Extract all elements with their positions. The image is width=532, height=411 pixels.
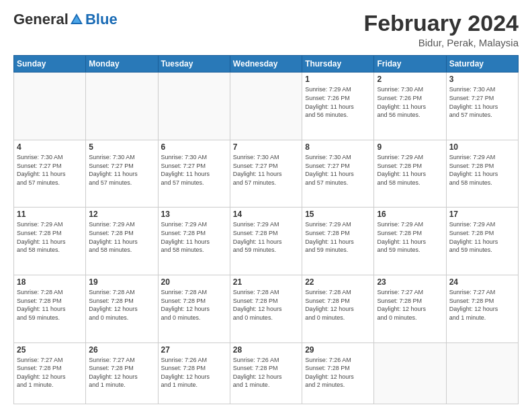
- day-number: 21: [233, 277, 299, 287]
- day-detail: Sunrise: 7:29 AM Sunset: 7:28 PM Dayligh…: [377, 220, 443, 254]
- day-number: 25: [17, 345, 83, 355]
- day-number: 28: [233, 345, 299, 355]
- calendar-cell: 1Sunrise: 7:29 AM Sunset: 7:26 PM Daylig…: [302, 73, 374, 140]
- day-number: 16: [377, 210, 443, 219]
- title-block: February 2024 Bidur, Perak, Malaysia: [363, 11, 519, 48]
- day-detail: Sunrise: 7:26 AM Sunset: 7:28 PM Dayligh…: [305, 356, 371, 390]
- calendar-cell: 4Sunrise: 7:30 AM Sunset: 7:27 PM Daylig…: [14, 140, 86, 208]
- calendar-cell: 25Sunrise: 7:27 AM Sunset: 7:28 PM Dayli…: [14, 342, 86, 404]
- col-monday: Monday: [86, 56, 158, 73]
- day-number: 11: [17, 210, 83, 219]
- day-number: 7: [233, 142, 299, 152]
- day-detail: Sunrise: 7:29 AM Sunset: 7:28 PM Dayligh…: [233, 220, 299, 254]
- calendar-cell: [230, 73, 302, 140]
- col-saturday: Saturday: [446, 56, 518, 73]
- day-detail: Sunrise: 7:30 AM Sunset: 7:27 PM Dayligh…: [233, 153, 299, 187]
- col-tuesday: Tuesday: [158, 56, 230, 73]
- calendar-cell: 9Sunrise: 7:29 AM Sunset: 7:28 PM Daylig…: [374, 140, 446, 208]
- logo-blue: Blue: [85, 11, 118, 28]
- page: General Blue February 2024 Bidur, Perak,…: [0, 0, 532, 411]
- header-row: Sunday Monday Tuesday Wednesday Thursday…: [14, 56, 519, 73]
- day-detail: Sunrise: 7:29 AM Sunset: 7:28 PM Dayligh…: [305, 220, 371, 254]
- subtitle: Bidur, Perak, Malaysia: [363, 37, 519, 48]
- calendar-header: Sunday Monday Tuesday Wednesday Thursday…: [14, 56, 519, 73]
- day-detail: Sunrise: 7:28 AM Sunset: 7:28 PM Dayligh…: [17, 288, 83, 322]
- day-number: 18: [17, 277, 83, 287]
- day-detail: Sunrise: 7:27 AM Sunset: 7:28 PM Dayligh…: [449, 288, 515, 322]
- day-number: 23: [377, 277, 443, 287]
- calendar-cell: 16Sunrise: 7:29 AM Sunset: 7:28 PM Dayli…: [374, 208, 446, 275]
- calendar-week-5: 25Sunrise: 7:27 AM Sunset: 7:28 PM Dayli…: [14, 342, 519, 404]
- calendar-cell: 21Sunrise: 7:28 AM Sunset: 7:28 PM Dayli…: [230, 275, 302, 343]
- calendar-week-2: 4Sunrise: 7:30 AM Sunset: 7:27 PM Daylig…: [14, 140, 519, 208]
- day-number: 26: [89, 345, 154, 355]
- col-friday: Friday: [374, 56, 446, 73]
- calendar-cell: 11Sunrise: 7:29 AM Sunset: 7:28 PM Dayli…: [14, 208, 86, 275]
- day-detail: Sunrise: 7:28 AM Sunset: 7:28 PM Dayligh…: [89, 288, 154, 322]
- day-number: 29: [305, 345, 371, 355]
- calendar-cell: 18Sunrise: 7:28 AM Sunset: 7:28 PM Dayli…: [14, 275, 86, 343]
- calendar-week-3: 11Sunrise: 7:29 AM Sunset: 7:28 PM Dayli…: [14, 208, 519, 275]
- col-wednesday: Wednesday: [230, 56, 302, 73]
- calendar-cell: 23Sunrise: 7:27 AM Sunset: 7:28 PM Dayli…: [374, 275, 446, 343]
- day-number: 24: [449, 277, 515, 287]
- day-number: 10: [449, 142, 515, 152]
- day-detail: Sunrise: 7:27 AM Sunset: 7:28 PM Dayligh…: [377, 288, 443, 322]
- day-number: 13: [161, 210, 227, 219]
- day-detail: Sunrise: 7:26 AM Sunset: 7:28 PM Dayligh…: [233, 356, 299, 390]
- calendar-cell: 15Sunrise: 7:29 AM Sunset: 7:28 PM Dayli…: [302, 208, 374, 275]
- day-detail: Sunrise: 7:28 AM Sunset: 7:28 PM Dayligh…: [161, 288, 227, 322]
- calendar-cell: 13Sunrise: 7:29 AM Sunset: 7:28 PM Dayli…: [158, 208, 230, 275]
- calendar-cell: 3Sunrise: 7:30 AM Sunset: 7:27 PM Daylig…: [446, 73, 518, 140]
- calendar-cell: 24Sunrise: 7:27 AM Sunset: 7:28 PM Dayli…: [446, 275, 518, 343]
- calendar-cell: 29Sunrise: 7:26 AM Sunset: 7:28 PM Dayli…: [302, 342, 374, 404]
- day-detail: Sunrise: 7:26 AM Sunset: 7:28 PM Dayligh…: [161, 356, 227, 390]
- calendar-cell: 14Sunrise: 7:29 AM Sunset: 7:28 PM Dayli…: [230, 208, 302, 275]
- calendar-cell: 10Sunrise: 7:29 AM Sunset: 7:28 PM Dayli…: [446, 140, 518, 208]
- calendar-cell: 27Sunrise: 7:26 AM Sunset: 7:28 PM Dayli…: [158, 342, 230, 404]
- day-number: 6: [161, 142, 227, 152]
- day-detail: Sunrise: 7:30 AM Sunset: 7:27 PM Dayligh…: [161, 153, 227, 187]
- calendar-cell: [158, 73, 230, 140]
- calendar-week-4: 18Sunrise: 7:28 AM Sunset: 7:28 PM Dayli…: [14, 275, 519, 343]
- day-number: 20: [161, 277, 227, 287]
- day-number: 5: [89, 142, 154, 152]
- day-detail: Sunrise: 7:30 AM Sunset: 7:27 PM Dayligh…: [89, 153, 154, 187]
- day-number: 15: [305, 210, 371, 219]
- calendar-week-1: 1Sunrise: 7:29 AM Sunset: 7:26 PM Daylig…: [14, 73, 519, 140]
- calendar-cell: 6Sunrise: 7:30 AM Sunset: 7:27 PM Daylig…: [158, 140, 230, 208]
- calendar-cell: 28Sunrise: 7:26 AM Sunset: 7:28 PM Dayli…: [230, 342, 302, 404]
- day-number: 19: [89, 277, 154, 287]
- day-number: 22: [305, 277, 371, 287]
- day-detail: Sunrise: 7:30 AM Sunset: 7:27 PM Dayligh…: [449, 85, 515, 119]
- calendar-cell: [14, 73, 86, 140]
- day-number: 1: [305, 75, 371, 84]
- day-detail: Sunrise: 7:28 AM Sunset: 7:28 PM Dayligh…: [233, 288, 299, 322]
- col-thursday: Thursday: [302, 56, 374, 73]
- logo-icon: [69, 12, 84, 27]
- day-detail: Sunrise: 7:27 AM Sunset: 7:28 PM Dayligh…: [17, 356, 83, 390]
- calendar-cell: 8Sunrise: 7:30 AM Sunset: 7:27 PM Daylig…: [302, 140, 374, 208]
- day-detail: Sunrise: 7:27 AM Sunset: 7:28 PM Dayligh…: [89, 356, 154, 390]
- day-detail: Sunrise: 7:30 AM Sunset: 7:26 PM Dayligh…: [377, 85, 443, 119]
- calendar-cell: 17Sunrise: 7:29 AM Sunset: 7:28 PM Dayli…: [446, 208, 518, 275]
- day-detail: Sunrise: 7:29 AM Sunset: 7:26 PM Dayligh…: [305, 85, 371, 119]
- day-detail: Sunrise: 7:29 AM Sunset: 7:28 PM Dayligh…: [449, 220, 515, 254]
- day-number: 2: [377, 75, 443, 84]
- header: General Blue February 2024 Bidur, Perak,…: [13, 11, 519, 48]
- logo-general: General: [13, 11, 69, 28]
- day-number: 17: [449, 210, 515, 219]
- day-number: 4: [17, 142, 83, 152]
- day-detail: Sunrise: 7:30 AM Sunset: 7:27 PM Dayligh…: [305, 153, 371, 187]
- calendar-cell: 5Sunrise: 7:30 AM Sunset: 7:27 PM Daylig…: [86, 140, 158, 208]
- day-number: 3: [449, 75, 515, 84]
- calendar-cell: 7Sunrise: 7:30 AM Sunset: 7:27 PM Daylig…: [230, 140, 302, 208]
- day-detail: Sunrise: 7:29 AM Sunset: 7:28 PM Dayligh…: [449, 153, 515, 187]
- calendar-body: 1Sunrise: 7:29 AM Sunset: 7:26 PM Daylig…: [14, 73, 519, 404]
- calendar-cell: 19Sunrise: 7:28 AM Sunset: 7:28 PM Dayli…: [86, 275, 158, 343]
- day-detail: Sunrise: 7:29 AM Sunset: 7:28 PM Dayligh…: [377, 153, 443, 187]
- day-number: 14: [233, 210, 299, 219]
- calendar-cell: 20Sunrise: 7:28 AM Sunset: 7:28 PM Dayli…: [158, 275, 230, 343]
- day-number: 12: [89, 210, 154, 219]
- day-detail: Sunrise: 7:30 AM Sunset: 7:27 PM Dayligh…: [17, 153, 83, 187]
